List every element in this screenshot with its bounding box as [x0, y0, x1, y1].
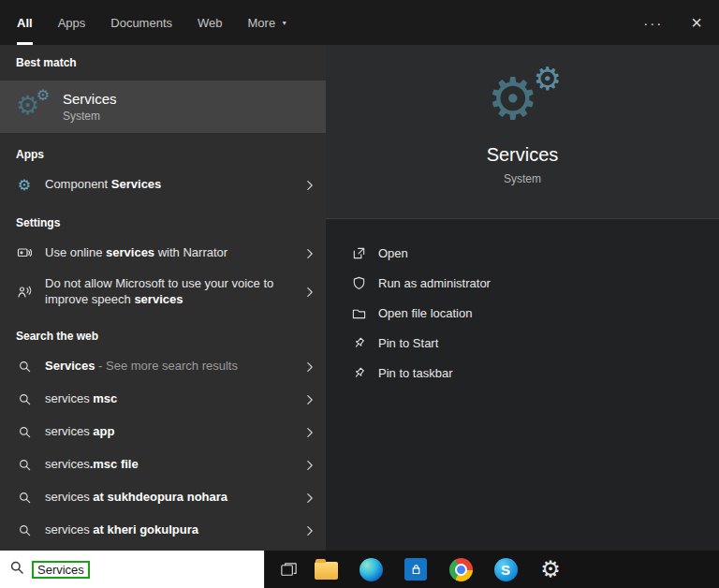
services-gear-icon: ⚙ ⚙	[16, 91, 51, 123]
file-explorer-button[interactable]	[314, 551, 338, 588]
action-label: Pin to taskbar	[378, 366, 453, 380]
tab-more[interactable]: More ▼	[248, 0, 288, 45]
taskbar-search-input[interactable]: Services	[0, 551, 265, 588]
store-button[interactable]	[404, 551, 428, 588]
result-speech-services[interactable]: Do not allow Microsoft to use your voice…	[0, 270, 326, 315]
search-icon	[9, 560, 24, 579]
chevron-right-icon[interactable]	[303, 492, 316, 505]
preview-subtitle: System	[504, 172, 541, 185]
search-icon	[16, 424, 33, 441]
gear-glyph-small: ⚙	[534, 63, 562, 95]
pin-icon	[351, 365, 366, 380]
search-icon	[16, 490, 33, 507]
search-filter-bar: All Apps Documents Web More ▼ ··· ×	[0, 0, 719, 45]
best-match-text: Services System	[63, 91, 117, 123]
result-web-services-kheri[interactable]: services at kheri gokulpura	[0, 514, 326, 547]
preview-actions: Open Run as administrator Open file loca…	[326, 219, 719, 388]
result-text: services msc	[45, 391, 303, 407]
store-icon	[404, 558, 427, 581]
tab-apps[interactable]: Apps	[58, 0, 86, 45]
chevron-right-icon[interactable]	[303, 393, 316, 406]
open-icon	[351, 245, 366, 260]
tab-web[interactable]: Web	[198, 0, 223, 45]
tab-documents-label: Documents	[110, 16, 172, 30]
tab-more-label: More	[248, 16, 276, 30]
start-search-flyout: All Apps Documents Web More ▼ ··· × Best…	[0, 0, 719, 588]
task-view-button[interactable]	[274, 551, 302, 588]
close-icon[interactable]: ×	[691, 13, 702, 32]
result-web-services-msc[interactable]: services msc	[0, 383, 326, 416]
narrator-icon	[16, 245, 33, 262]
tab-all-label: All	[17, 16, 33, 30]
section-header-settings: Settings	[0, 213, 326, 232]
preview-header: ⚙ ⚙ Services System	[326, 45, 719, 219]
result-web-services-sukhdeopura[interactable]: services at sukhdeopura nohara	[0, 481, 326, 514]
action-pin-to-taskbar[interactable]: Pin to taskbar	[351, 358, 719, 388]
tab-all[interactable]: All	[17, 0, 33, 45]
taskbar-icons: S ⚙	[314, 551, 563, 588]
result-title: Services	[63, 91, 117, 107]
search-icon	[16, 457, 33, 474]
chevron-right-icon[interactable]	[303, 426, 316, 439]
search-query-highlight: Services	[32, 561, 90, 579]
tab-apps-label: Apps	[58, 16, 86, 30]
best-match-result-services[interactable]: ⚙ ⚙ Services System	[0, 81, 326, 133]
results-panel: Best match ⚙ ⚙ Services System Apps ⚙ Co…	[0, 45, 326, 551]
chevron-right-icon[interactable]	[303, 360, 316, 374]
gear-glyph: ⚙	[18, 178, 31, 193]
shield-icon	[351, 275, 366, 290]
action-label: Open	[378, 246, 408, 260]
taskbar: Services S ⚙	[0, 551, 719, 588]
action-run-as-administrator[interactable]: Run as administrator	[351, 268, 719, 298]
filter-tabs: All Apps Documents Web More ▼	[17, 0, 287, 45]
chevron-right-icon[interactable]	[303, 247, 316, 260]
services-gear-icon-large: ⚙ ⚙	[479, 67, 565, 135]
file-explorer-icon	[315, 562, 338, 580]
action-open-file-location[interactable]: Open file location	[351, 298, 719, 328]
result-subtitle: System	[63, 110, 117, 123]
chrome-button[interactable]	[448, 551, 473, 588]
section-header-search-the-web: Search the web	[0, 327, 326, 345]
action-pin-to-start[interactable]: Pin to Start	[351, 328, 719, 358]
window-controls: ··· ×	[643, 0, 702, 45]
result-web-services-msc-file[interactable]: services.msc file	[0, 448, 326, 481]
gear-glyph: ⚙	[487, 69, 539, 129]
chevron-right-icon[interactable]	[303, 286, 316, 299]
chrome-icon	[449, 558, 473, 581]
gear-glyph-small: ⚙	[37, 88, 50, 103]
edge-icon	[360, 558, 383, 581]
result-text: services at kheri gokulpura	[45, 522, 303, 538]
action-label: Open file location	[378, 306, 472, 320]
options-ellipsis-icon[interactable]: ···	[643, 15, 663, 31]
preview-title: Services	[487, 144, 559, 166]
skype-button[interactable]: S	[493, 551, 518, 588]
speech-privacy-icon	[16, 284, 33, 301]
result-text: services app	[45, 424, 303, 440]
search-icon	[16, 391, 33, 408]
settings-gear-icon: ⚙	[540, 558, 561, 581]
folder-icon	[351, 305, 366, 320]
result-web-services-app[interactable]: services app	[0, 416, 326, 448]
result-text: services.msc file	[45, 457, 303, 473]
component-services-icon: ⚙	[16, 177, 33, 194]
chevron-right-icon[interactable]	[303, 179, 316, 192]
section-header-best-match: Best match	[0, 53, 326, 72]
action-label: Run as administrator	[378, 276, 491, 290]
skype-icon: S	[494, 558, 518, 581]
tab-documents[interactable]: Documents	[110, 0, 172, 45]
chevron-right-icon[interactable]	[303, 459, 316, 472]
action-open[interactable]: Open	[351, 238, 719, 268]
result-text: services at sukhdeopura nohara	[45, 490, 303, 506]
result-component-services[interactable]: ⚙ Component Services	[0, 169, 326, 201]
more-caret-icon: ▼	[281, 20, 287, 26]
settings-button[interactable]: ⚙	[538, 551, 563, 588]
result-text: Services - See more search results	[45, 359, 303, 375]
result-web-services-see-more[interactable]: Services - See more search results	[0, 350, 326, 383]
edge-button[interactable]	[359, 551, 383, 588]
search-icon	[16, 359, 33, 375]
preview-panel: ⚙ ⚙ Services System Open Run as administ…	[326, 45, 719, 551]
chevron-right-icon[interactable]	[303, 524, 316, 537]
pin-icon	[351, 335, 366, 350]
result-narrator-services[interactable]: Use online services with Narrator	[0, 237, 326, 270]
result-text: Do not allow Microsoft to use your voice…	[45, 276, 303, 308]
